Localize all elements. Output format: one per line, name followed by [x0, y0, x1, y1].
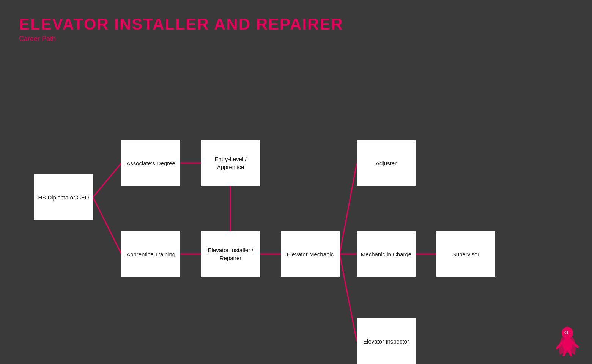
- svg-line-8: [340, 254, 357, 341]
- node-associates-degree: Associate's Degree: [121, 140, 180, 186]
- node-hs-diploma: HS Diploma or GED: [34, 174, 93, 220]
- svg-point-11: [562, 337, 572, 351]
- svg-text:G: G: [564, 329, 568, 336]
- node-mechanic-in-charge: Mechanic in Charge: [357, 231, 416, 277]
- node-supervisor: Supervisor: [436, 231, 495, 277]
- career-diagram: HS Diploma or GED Associate's Degree App…: [0, 61, 592, 356]
- node-adjuster: Adjuster: [357, 140, 416, 186]
- svg-line-0: [93, 163, 121, 197]
- node-elevator-installer: Elevator Installer / Repairer: [201, 231, 260, 277]
- node-elevator-mechanic: Elevator Mechanic: [281, 231, 340, 277]
- page-subtitle: Career Path: [19, 35, 343, 43]
- svg-line-1: [93, 197, 121, 254]
- svg-line-6: [340, 163, 357, 254]
- page-title: ELEVATOR INSTALLER AND REPAIRER: [19, 15, 343, 33]
- node-entry-level: Entry-Level / Apprentice: [201, 140, 260, 186]
- node-elevator-inspector: Elevator Inspector: [357, 318, 416, 364]
- node-apprentice-training: Apprentice Training: [121, 231, 180, 277]
- header: ELEVATOR INSTALLER AND REPAIRER Career P…: [19, 15, 343, 43]
- mascot-icon: G: [554, 326, 581, 356]
